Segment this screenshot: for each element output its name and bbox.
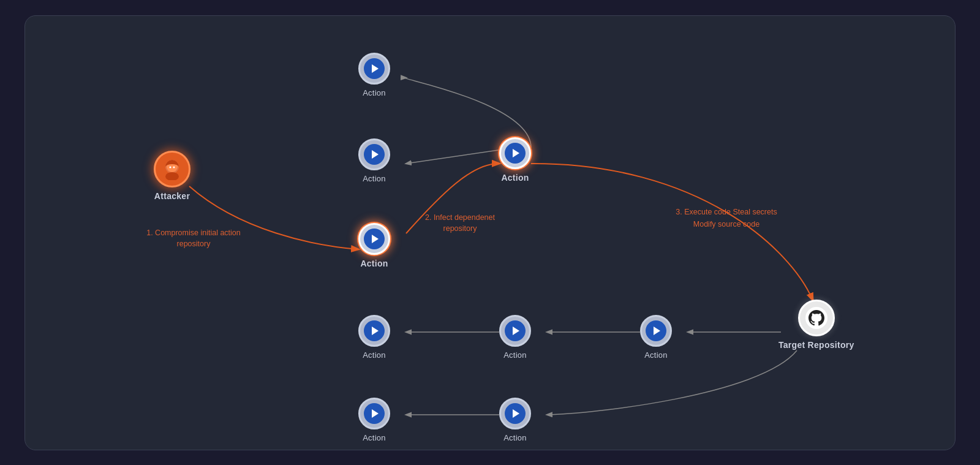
- step2-label: 2. Infect dependenet repository: [411, 212, 509, 235]
- action-row2-left-icon: [358, 315, 390, 347]
- action-mid-left-icon: [358, 138, 390, 170]
- target-repository-icon: [798, 300, 835, 336]
- target-repository-label: Target Repository: [778, 340, 854, 350]
- action-mid-left-label: Action: [363, 174, 386, 183]
- attacker-node: Attacker: [154, 151, 190, 201]
- attacker-label: Attacker: [154, 191, 190, 201]
- action-center-icon: [358, 223, 390, 255]
- action-row3-mid-label: Action: [503, 433, 527, 442]
- target-repository-node: Target Repository: [778, 300, 854, 350]
- action-highlighted-label: Action: [501, 173, 529, 183]
- action-center-label: Action: [360, 259, 388, 268]
- action-row2-right-label: Action: [644, 350, 668, 360]
- action-row2-right-node: Action: [640, 315, 672, 360]
- action-row3-mid-node: Action: [499, 398, 531, 442]
- step3-label: 3. Execute code Steal secrets Modify sou…: [668, 206, 785, 230]
- action-row2-left-label: Action: [363, 350, 386, 360]
- svg-point-9: [165, 172, 179, 180]
- action-row2-right-icon: [640, 315, 672, 347]
- action-row2-left-node: Action: [358, 315, 390, 360]
- action-highlighted-node: Action: [499, 137, 531, 183]
- action-row3-left-label: Action: [363, 433, 386, 442]
- action-row2-mid-icon: [499, 315, 531, 347]
- attacker-icon: [154, 151, 190, 187]
- action-top-label: Action: [363, 88, 386, 97]
- action-highlighted-icon: [499, 137, 531, 169]
- svg-point-7: [170, 166, 172, 168]
- action-mid-left-node: Action: [358, 138, 390, 183]
- action-center-node: Action: [358, 223, 390, 268]
- diagram-container: Attacker Action Action Action Action Act…: [24, 15, 956, 450]
- svg-point-8: [173, 166, 175, 168]
- action-row3-left-node: Action: [358, 398, 390, 442]
- action-row3-mid-icon: [499, 398, 531, 429]
- action-row2-mid-label: Action: [503, 350, 527, 360]
- step1-label: 1. Compromise initial action repository: [138, 227, 249, 251]
- action-top-icon: [358, 53, 390, 85]
- action-row3-left-icon: [358, 398, 390, 429]
- action-row2-mid-node: Action: [499, 315, 531, 360]
- action-top-node: Action: [358, 53, 390, 97]
